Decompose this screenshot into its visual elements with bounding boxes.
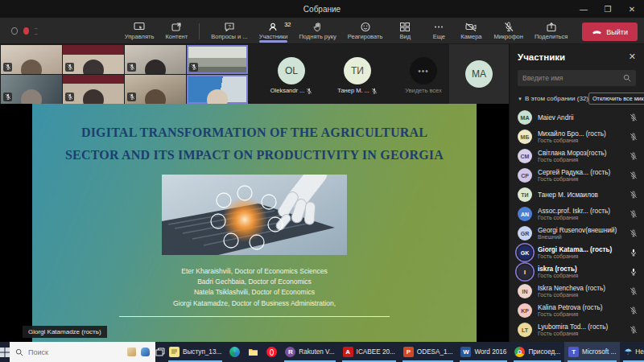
app-weather-heavy[interactable]: ☂ Heavy... (620, 342, 644, 362)
participant-row[interactable]: AN Assoc.prof. Iskr... (гость) Гость соб… (510, 204, 644, 224)
video-tile[interactable] (63, 75, 124, 104)
task-view-button[interactable] (155, 342, 165, 362)
video-tile[interactable] (63, 45, 124, 74)
video-tile-active[interactable] (187, 45, 248, 74)
video-tile[interactable] (1, 45, 62, 74)
mic-button[interactable]: Микрофон (489, 20, 528, 41)
search-doodle-icon[interactable] (141, 348, 150, 356)
mic-off-icon[interactable] (630, 229, 638, 237)
participant-row[interactable]: KP Kalina Petrova (гость) Гость собрания (510, 301, 644, 320)
share-screen-icon (546, 22, 557, 32)
start-button[interactable] (0, 342, 10, 362)
slide-authors: Eter Kharaishvili, Doctor of Economics S… (32, 266, 477, 309)
participant-row[interactable]: СМ Світлана Мороз(гость) Гость собрания (510, 146, 644, 166)
taskbar-search[interactable] (10, 342, 155, 362)
participant-row[interactable]: GR Georgi Rusenov(внешний) Внешний (510, 224, 644, 243)
panel-close-icon[interactable]: ✕ (629, 51, 636, 62)
avatar: СМ (518, 149, 532, 163)
participant-row[interactable]: GK Giorgi Katama... (гость) Гость собран… (510, 243, 644, 262)
share-button[interactable]: Поделиться (530, 20, 572, 41)
mic-off-icon[interactable] (630, 152, 638, 160)
viber-icon: R (285, 347, 295, 357)
avatar: OL (278, 57, 305, 84)
app-chrome-join[interactable]: Присоед... (510, 342, 564, 362)
participant-row[interactable]: СР Сергей Радука... (гость) Гость собран… (510, 166, 644, 185)
avatar-taner[interactable]: ТИ Танер М. ... (332, 54, 383, 94)
raise-hand-button[interactable]: Поднять руку (294, 20, 341, 41)
app-acrobat-icabee[interactable]: A ICABEE 20... (339, 342, 399, 362)
video-thumbnails (1, 45, 248, 104)
app-rakuten-viber[interactable]: R Rakuten V... (281, 342, 338, 362)
search-input[interactable] (522, 74, 623, 82)
overflow-avatars: OL Oleksandr ... ТИ Танер М. ... ••• Уви… (266, 54, 449, 94)
avatar: ТИ (518, 187, 532, 202)
powerpoint-icon: P (403, 347, 414, 357)
recording-indicator: – – (11, 25, 43, 36)
avatar: LT (518, 323, 532, 337)
mic-off-icon[interactable] (630, 113, 638, 121)
more-button[interactable]: Еще (423, 20, 455, 41)
app-opera[interactable] (262, 342, 281, 362)
react-button[interactable]: Реагировать (343, 20, 388, 41)
search-icon (15, 348, 23, 356)
panel-title: Участники (518, 52, 565, 62)
app-powerpoint-odesa[interactable]: P ODESA_1... (399, 342, 457, 362)
mic-on-icon[interactable] (630, 268, 638, 276)
avatar: GK (518, 245, 532, 260)
view-button[interactable]: Вид (389, 20, 421, 41)
participant-row[interactable]: IN Iskra Nencheva (гость) Гость собрания (510, 282, 644, 301)
content-button[interactable]: Контент (160, 20, 192, 41)
participant-row[interactable]: ТИ Танер М. Исмаилов (510, 185, 644, 204)
leave-button[interactable]: Выйти (582, 23, 638, 41)
mic-off-icon[interactable] (630, 133, 638, 141)
minimize-button[interactable]: — (572, 0, 596, 18)
video-tile[interactable] (125, 75, 186, 104)
mic-off-icon (3, 63, 12, 72)
participant-role: Гость собрания (538, 253, 628, 259)
app-edge[interactable] (225, 342, 244, 362)
participant-name: Сергей Радука... (гость) (538, 169, 628, 176)
participant-search[interactable] (518, 70, 636, 86)
app-microsoft-teams[interactable]: T Microsoft ... (564, 342, 620, 362)
participant-list: MA Maiev Andrii МБ Михайло Бро... (гость… (510, 108, 644, 342)
presenter-name-chip: Giorgi Katamadze (гость) (23, 326, 107, 338)
participant-role: Гость собрания (538, 157, 628, 162)
avatar: IN (518, 284, 532, 298)
manage-button[interactable]: Управлять (120, 20, 159, 41)
windows-taskbar: Выступ_13... R Rakuten V... A ICABEE 20.… (0, 342, 644, 362)
video-tile[interactable] (1, 75, 62, 104)
video-tile[interactable] (125, 45, 186, 74)
mic-off-icon[interactable] (630, 171, 638, 179)
mic-off-icon (503, 22, 514, 32)
participant-name: Iskra Nencheva (гость) (538, 285, 628, 292)
section-toggle[interactable]: ▼В этом собрании (32) (518, 95, 588, 102)
participant-row[interactable]: MA Maiev Andrii (510, 108, 644, 127)
search-highlight-icon[interactable] (127, 348, 136, 356)
participant-row[interactable]: МБ Михайло Бро... (гость) Гость собрания (510, 127, 644, 146)
participants-button[interactable]: 32 Участники (254, 20, 293, 41)
mic-off-icon[interactable] (630, 326, 638, 334)
mic-off-icon[interactable] (630, 306, 638, 315)
video-tile-active[interactable] (187, 75, 248, 104)
camera-button[interactable]: Камера (455, 20, 487, 41)
mic-off-icon[interactable] (630, 210, 638, 218)
avatar: I (518, 265, 532, 279)
mic-off-icon[interactable] (630, 287, 638, 295)
mute-all-button[interactable]: Отключить все мик... (588, 93, 644, 105)
spotlight-tile[interactable]: MA (449, 44, 509, 104)
maximize-button[interactable]: ❐ (596, 0, 620, 18)
participant-role: Гость собрания (538, 292, 628, 298)
close-button[interactable]: ✕ (620, 0, 644, 18)
participant-role: Гость собрания (538, 273, 628, 278)
see-all-button[interactable]: ••• Увидеть всех (398, 54, 449, 94)
participant-row[interactable]: LT Lyubomira Tod... (гость) Гость собран… (510, 320, 644, 339)
app-vystup-doc[interactable]: Выступ_13... (165, 342, 225, 362)
avatar-oleksandr[interactable]: OL Oleksandr ... (266, 54, 317, 94)
app-word-2016[interactable]: W Word 2016 (456, 342, 510, 362)
taskbar-search-input[interactable] (28, 348, 122, 356)
app-file-explorer[interactable] (244, 342, 262, 362)
mic-off-icon[interactable] (630, 191, 638, 199)
mic-on-icon[interactable] (630, 249, 638, 257)
questions-button[interactable]: ? Вопросы и ... (206, 20, 252, 41)
participant-row[interactable]: I iskra (гость) Гость собрания (510, 262, 644, 282)
